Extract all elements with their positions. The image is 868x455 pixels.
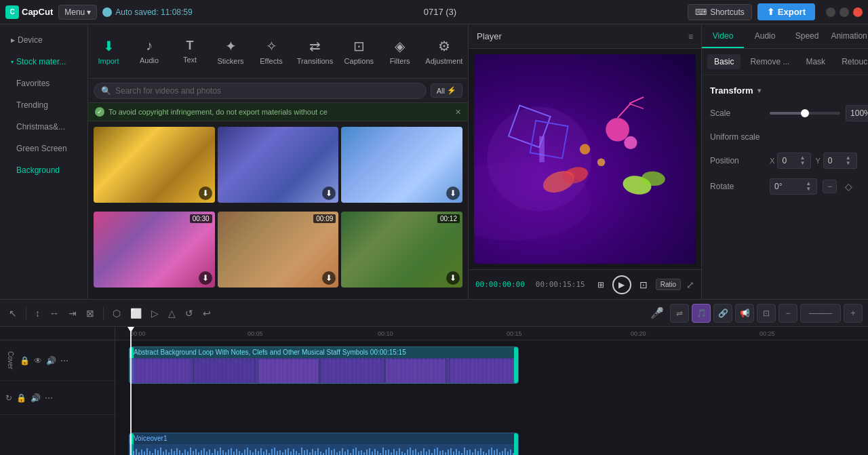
arrow-tool[interactable]: △ bbox=[165, 306, 179, 321]
tool-effects[interactable]: ✧ Effects bbox=[251, 24, 292, 78]
flip-tool[interactable]: ↺ bbox=[182, 306, 197, 321]
y-down-button[interactable]: ▼ bbox=[844, 161, 852, 166]
audio-track[interactable]: Voiceover1 bbox=[129, 433, 519, 455]
sidebar-item-device[interactable]: ▶ Device bbox=[3, 30, 85, 50]
zoom-in-btn[interactable]: + bbox=[844, 304, 863, 323]
x-stepper[interactable]: ▲ ▼ bbox=[799, 155, 807, 166]
ratio-button[interactable]: Ratio bbox=[656, 279, 681, 290]
download-icon[interactable]: ⬇ bbox=[446, 271, 460, 285]
minimize-button[interactable] bbox=[826, 7, 835, 17]
position-y-input[interactable]: 0 ▲ ▼ bbox=[823, 153, 857, 169]
maximize-button[interactable] bbox=[840, 7, 849, 17]
tool-filters[interactable]: ◈ Filters bbox=[380, 24, 420, 78]
trim-left-tool[interactable]: ↔ bbox=[46, 306, 62, 321]
audio-track-handle-right[interactable] bbox=[514, 433, 518, 455]
video-track[interactable]: Abstract Background Loop With Notes, Cle… bbox=[129, 347, 519, 384]
tool-audio[interactable]: ♪ Audio bbox=[129, 24, 170, 78]
tab-animation[interactable]: Animation bbox=[828, 24, 868, 48]
svg-rect-142 bbox=[453, 452, 454, 455]
media-item-3[interactable]: ⬇ bbox=[341, 127, 462, 203]
x-down-button[interactable]: ▼ bbox=[799, 161, 807, 166]
sidebar-item-stock[interactable]: ▾ Stock mater... bbox=[3, 52, 85, 72]
audio-vol-icon[interactable]: 🔊 bbox=[31, 393, 41, 403]
sidebar-item-favorites[interactable]: Favorites bbox=[3, 73, 85, 94]
play-button[interactable]: ▶ bbox=[612, 275, 631, 294]
prop-tab-mask[interactable]: Mask bbox=[799, 54, 832, 69]
filter-all-button[interactable]: All ⚡ bbox=[431, 83, 462, 98]
y-stepper[interactable]: ▲ ▼ bbox=[844, 155, 852, 166]
filter-icon: ⚡ bbox=[447, 86, 456, 95]
player-menu-icon[interactable]: ≡ bbox=[688, 32, 693, 41]
prop-tab-retouch[interactable]: Retouch bbox=[835, 54, 868, 69]
tool-import[interactable]: ⬇ Import bbox=[88, 24, 129, 78]
grid-view-button[interactable]: ⊞ bbox=[595, 279, 607, 291]
notice-close-button[interactable]: ✕ bbox=[455, 108, 461, 117]
audio-icon[interactable]: 🔊 bbox=[46, 356, 56, 365]
download-icon[interactable]: ⬇ bbox=[199, 271, 212, 285]
menu-button[interactable]: Menu ▾ bbox=[58, 5, 97, 20]
download-icon[interactable]: ⬇ bbox=[199, 186, 212, 200]
delete-tool[interactable]: ⊠ bbox=[83, 306, 98, 321]
tool-adjustment[interactable]: ⚙ Adjustment bbox=[420, 24, 468, 78]
svg-rect-33 bbox=[157, 450, 159, 455]
scale-slider[interactable] bbox=[770, 112, 840, 115]
sidebar-item-christmas[interactable]: Christmas&... bbox=[3, 117, 85, 137]
shape-tool[interactable]: ⬡ bbox=[109, 306, 124, 321]
tool-transitions[interactable]: ⇄ Transitions bbox=[292, 24, 338, 78]
trim-right-tool[interactable]: ⇥ bbox=[65, 306, 80, 321]
export-button[interactable]: ⬆ Export bbox=[757, 3, 815, 20]
text-tool[interactable]: ⬜ bbox=[127, 306, 145, 321]
svg-rect-61 bbox=[233, 452, 235, 455]
play-tool[interactable]: ▷ bbox=[148, 306, 162, 321]
prop-tab-remove[interactable]: Remove ... bbox=[743, 54, 796, 69]
link-btn[interactable]: 🔗 bbox=[713, 304, 732, 323]
position-x-input[interactable]: 0 ▲ ▼ bbox=[777, 153, 811, 169]
rotate-minus-button[interactable]: − bbox=[823, 180, 837, 193]
download-icon[interactable]: ⬇ bbox=[446, 186, 460, 200]
rotate-keyframe-button[interactable]: ◇ bbox=[842, 180, 854, 193]
split-tool[interactable]: ↕ bbox=[32, 306, 43, 321]
download-icon[interactable]: ⬇ bbox=[322, 271, 336, 285]
media-item-6[interactable]: 00:12 ⬇ bbox=[341, 212, 462, 288]
undo-tool[interactable]: ↩ bbox=[199, 306, 214, 321]
rotate-down-button[interactable]: ▼ bbox=[804, 186, 812, 192]
track-audio-btn[interactable]: 🎵 bbox=[692, 304, 711, 323]
track-connect-btn[interactable]: ⇌ bbox=[670, 304, 689, 323]
prop-tab-basic[interactable]: Basic bbox=[707, 54, 741, 69]
zoom-out-btn[interactable]: − bbox=[778, 304, 797, 323]
topbar-center: 0717 (3) bbox=[198, 7, 682, 17]
tab-speed[interactable]: Speed bbox=[786, 24, 828, 48]
tool-text[interactable]: T Text bbox=[170, 24, 210, 78]
search-box[interactable]: 🔍 Search for videos and photos bbox=[94, 83, 427, 99]
crop-button[interactable]: ⊡ bbox=[637, 278, 650, 292]
media-item-5[interactable]: 00:09 ⬇ bbox=[218, 212, 339, 288]
media-item-1[interactable]: ⬇ bbox=[94, 127, 215, 203]
more-icon[interactable]: ⋯ bbox=[45, 393, 53, 403]
mic-button[interactable]: 🎤 bbox=[647, 304, 667, 321]
shortcuts-button[interactable]: ⌨ Shortcuts bbox=[688, 4, 752, 20]
eye-icon[interactable]: 👁 bbox=[34, 356, 42, 365]
loop-icon: ↻ bbox=[5, 393, 12, 403]
rotate-input[interactable]: 0° ▲ ▼ bbox=[770, 178, 817, 195]
caption-btn[interactable]: ⊡ bbox=[757, 304, 776, 323]
sidebar-item-greenscreen[interactable]: Green Screen bbox=[3, 138, 85, 159]
track-handle-right[interactable] bbox=[514, 347, 518, 383]
sidebar-item-background[interactable]: Background bbox=[3, 160, 85, 180]
sidebar-item-trending[interactable]: Trending bbox=[3, 95, 85, 115]
download-icon[interactable]: ⬇ bbox=[322, 186, 336, 200]
media-item-4[interactable]: 00:30 ⬇ bbox=[94, 212, 215, 288]
close-button[interactable] bbox=[853, 7, 863, 17]
cursor-tool[interactable]: ↖ bbox=[5, 306, 20, 321]
tab-video[interactable]: Video bbox=[702, 24, 744, 48]
tool-captions[interactable]: ⊡ Captions bbox=[338, 24, 380, 78]
rotate-stepper[interactable]: ▲ ▼ bbox=[804, 181, 812, 192]
tab-audio[interactable]: Audio bbox=[744, 24, 786, 48]
tool-stickers[interactable]: ✦ Stickers bbox=[210, 24, 251, 78]
fullscreen-button[interactable]: ⤢ bbox=[686, 279, 694, 290]
media-item-2[interactable]: ⬇ bbox=[218, 127, 339, 203]
time-mark-20: 00:20 bbox=[631, 330, 646, 337]
scale-input[interactable]: 100% ▲ ▼ bbox=[846, 105, 868, 121]
more-icon[interactable]: ⋯ bbox=[60, 356, 68, 365]
speaker-btn[interactable]: 📢 bbox=[735, 304, 754, 323]
prop-tabs: Basic Remove ... Mask Retouch bbox=[702, 49, 868, 75]
